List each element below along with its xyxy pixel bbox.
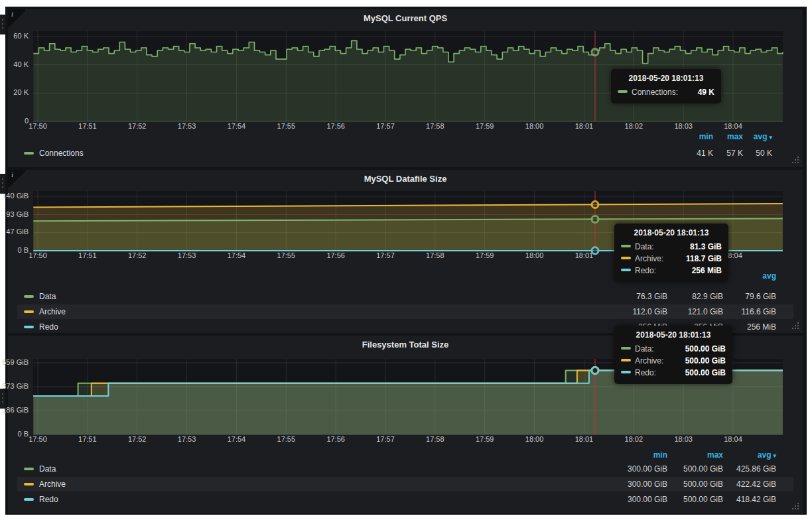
legend-header-label: max [727, 132, 743, 141]
tooltip-series-name: Connections: [632, 88, 678, 97]
tooltip-timestamp: 2018-05-20 18:01:13 [618, 74, 714, 83]
series-color-dash-icon [621, 347, 631, 350]
legend-stat-min: 300.00 GiB [628, 477, 667, 491]
legend-header-label: min [653, 450, 667, 460]
series-color-dash-icon [621, 269, 631, 271]
legend-stat-max: 500.00 GiB [683, 462, 723, 476]
y-axis-tick-label: 186 GiB [2, 406, 29, 414]
panel-resize-handle[interactable] [792, 503, 800, 511]
legend-stat-avg: 425.86 GiB [736, 462, 776, 476]
x-axis-tick-label: 17:57 [376, 122, 395, 130]
legend-series-redo[interactable]: Redo [24, 492, 58, 507]
y-axis-tick-label: 20 K [13, 88, 29, 96]
tooltip-timestamp: 2018-05-20 18:01:13 [621, 228, 722, 237]
legend-stat-min: 300.00 GiB [628, 462, 667, 476]
legend-series-archive[interactable]: Archive [24, 477, 66, 491]
tooltip-series-value: 118.7 GiB [677, 254, 722, 263]
legend-header-max[interactable]: max [707, 450, 723, 460]
x-axis-tick-label: 17:59 [476, 435, 494, 443]
x-axis-tick-label: 17:50 [29, 435, 47, 443]
x-axis-tick-label: 18:04 [724, 435, 742, 443]
hover-marker-connections [592, 48, 598, 55]
tooltip-series-value: 81.3 GiB [681, 242, 722, 251]
tooltip: 2018-05-20 18:01:13Data:81.3 GiBArchive:… [614, 224, 728, 282]
y-axis-tick-label: 40 K [13, 60, 29, 68]
x-axis-tick-label: 17:50 [29, 122, 47, 130]
y-axis-tick-label: 0 B [17, 246, 29, 254]
x-axis-tick-label: 17:53 [178, 251, 196, 259]
legend-series-label: Data [39, 464, 56, 474]
legend-stat-avg: 116.6 GiB [742, 304, 776, 319]
panel-resize-handle[interactable] [792, 322, 800, 330]
legend-stat-max: 82.9 GiB [692, 289, 723, 304]
legend-series-label: Archive [39, 480, 66, 489]
legend-header-avg[interactable]: avg▾ [758, 450, 776, 460]
hover-marker-archive [592, 201, 598, 208]
legend-row: Data76.3 GiB82.9 GiB79.6 GiB [17, 289, 793, 304]
legend-stat-min: 112.0 GiB [633, 304, 667, 319]
legend-header-max[interactable]: max [727, 132, 743, 141]
x-axis-tick-label: 18:00 [525, 251, 544, 259]
tooltip: 2018-05-20 18:01:13Connections:49 K [611, 69, 721, 103]
legend-series-data[interactable]: Data [24, 289, 56, 304]
legend-series-label: Archive [39, 307, 66, 316]
x-axis-tick-label: 17:55 [277, 122, 296, 130]
x-axis-tick-label: 17:53 [178, 122, 196, 130]
x-axis-tick-label: 17:51 [78, 122, 97, 130]
y-axis-tick-label: 559 GiB [2, 358, 29, 366]
series-color-dash-icon [24, 498, 34, 501]
x-axis-tick-label: 17:52 [128, 122, 147, 130]
panel-resize-handle[interactable] [792, 157, 800, 164]
x-axis-tick-label: 17:57 [376, 435, 395, 443]
legend-series-label: Redo [39, 322, 58, 332]
legend-series-redo[interactable]: Redo [24, 320, 58, 334]
y-axis-tick-label: 0 [25, 117, 29, 125]
legend-header-label: avg [754, 132, 768, 141]
legend-stat-min: 41 K [697, 146, 713, 161]
y-axis-tick-label: 93 GiB [6, 210, 29, 218]
legend-header-min[interactable]: min [653, 450, 667, 460]
legend-stat-max: 500.00 GiB [683, 477, 723, 491]
x-axis-tick-label: 17:58 [426, 251, 444, 259]
tooltip-series-name: Data: [635, 242, 654, 251]
tooltip-series-value: 500.00 GiB [676, 356, 726, 365]
legend-row: Redo300.00 GiB500.00 GiB418.42 GiB [17, 492, 793, 507]
y-axis-tick-label: 47 GiB [6, 228, 29, 235]
legend-series-archive[interactable]: Archive [24, 304, 66, 319]
legend-row: Archive112.0 GiB121.0 GiB116.6 GiB [17, 304, 793, 319]
x-axis-tick-label: 17:52 [128, 435, 147, 443]
x-axis-tick-label: 17:53 [178, 435, 196, 443]
tooltip-series-name: Data: [635, 344, 654, 354]
legend-header-min[interactable]: min [699, 132, 713, 141]
x-axis-tick-label: 17:59 [476, 122, 494, 130]
legend-stat-max: 57 K [726, 146, 743, 161]
tooltip-timestamp: 2018-05-20 18:01:13 [621, 330, 726, 340]
series-color-dash-icon [24, 152, 34, 155]
tooltip-series-row: Redo:500.00 GiB [621, 367, 726, 379]
legend-stat-avg: 418.42 GiB [736, 492, 776, 507]
legend-header-avg[interactable]: avg▾ [754, 132, 772, 141]
series-color-dash-icon [24, 310, 34, 313]
legend-series-data[interactable]: Data [24, 462, 56, 476]
legend-stat-min: 300.00 GiB [628, 492, 667, 507]
legend-header-label: avg [762, 271, 776, 281]
legend-stat-max: 121.0 GiB [688, 304, 723, 319]
x-axis-tick-label: 17:56 [326, 122, 345, 130]
y-axis-tick-label: 140 GiB [2, 192, 29, 200]
hover-marker-data [592, 216, 598, 222]
x-axis-tick-label: 18:04 [724, 122, 742, 130]
y-axis-tick-label: 0 B [17, 430, 29, 438]
x-axis-tick-label: 17:56 [326, 435, 345, 443]
legend-row: Archive300.00 GiB500.00 GiB422.42 GiB [17, 477, 793, 491]
legend-stat-avg: 256 MiB [747, 320, 776, 334]
tooltip-series-value: 49 K [689, 88, 714, 97]
legend-stat-min: 76.3 GiB [636, 289, 667, 304]
series-color-dash-icon [621, 371, 631, 373]
tooltip: 2018-05-20 18:01:13Data:500.00 GiBArchiv… [614, 326, 732, 384]
x-axis-tick-label: 17:55 [277, 251, 296, 259]
tooltip-series-row: Connections:49 K [618, 86, 714, 98]
legend-series-connections[interactable]: Connections [24, 146, 84, 161]
legend-header-avg[interactable]: avg [762, 271, 776, 281]
x-axis-tick-label: 18:00 [525, 122, 544, 130]
panel-drag-indicator [0, 174, 5, 194]
